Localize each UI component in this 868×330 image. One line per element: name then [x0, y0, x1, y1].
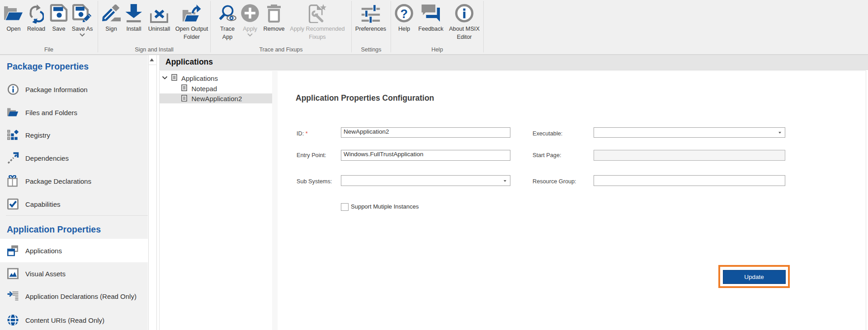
svg-text:?: ?	[400, 7, 408, 21]
